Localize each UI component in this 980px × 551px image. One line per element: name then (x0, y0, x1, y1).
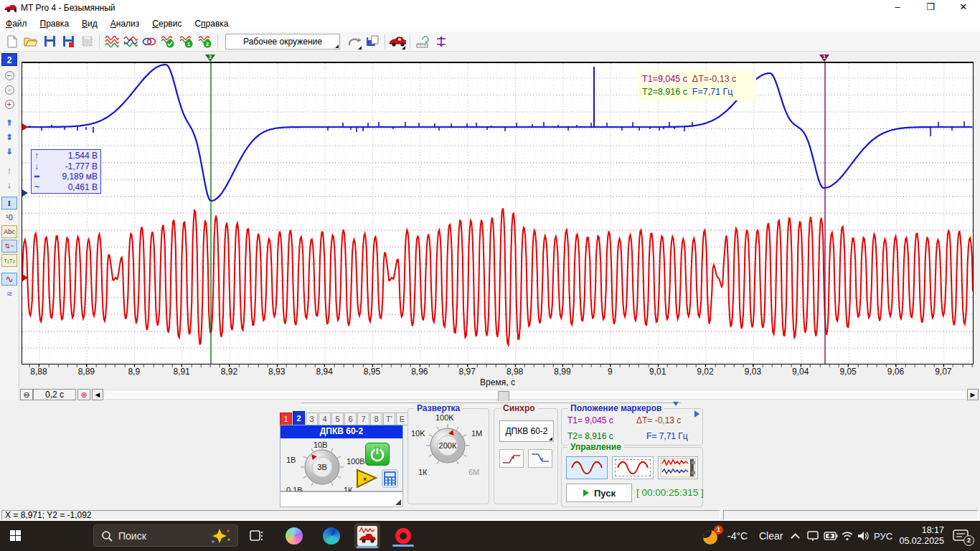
falling-edge-button[interactable] (528, 449, 552, 468)
markers-span-icon[interactable] (433, 33, 450, 50)
move-down-icon[interactable]: ↓ (1, 178, 17, 191)
channel-tab-4[interactable]: 4 (319, 413, 331, 425)
notification-icon[interactable]: 2 (950, 526, 971, 546)
run-control-title: Управление (567, 442, 624, 452)
sweep-knob[interactable]: 200К (425, 423, 470, 468)
scrollbar-thumb[interactable] (498, 391, 509, 402)
close-button[interactable]: ✕ (947, 0, 980, 16)
tray-chevron-icon[interactable] (788, 526, 802, 546)
car-diagnostics-icon[interactable] (389, 33, 406, 50)
loop-compare-icon[interactable] (141, 33, 158, 50)
workspace-label: Рабочее окружение (243, 37, 322, 47)
language-indicator[interactable]: РУС (874, 521, 892, 551)
active-channel-badge: 2 (1, 53, 17, 66)
scrollbar-track[interactable] (105, 390, 966, 400)
selection-view-button[interactable] (612, 456, 654, 479)
measure-tool-icon[interactable]: ⇅~ (1, 240, 17, 253)
channel-tab-5[interactable]: 5 (331, 413, 344, 425)
scroll-right-button[interactable]: ► (967, 389, 979, 400)
taskbar-search[interactable]: Поиск (93, 524, 238, 547)
marker-ruler[interactable]: 2 1 (22, 55, 974, 62)
scroll-left-button[interactable]: ◄ (92, 389, 103, 400)
channel-power-button[interactable] (365, 443, 390, 466)
probe-test-button[interactable]: × (355, 468, 378, 491)
expand-vertical-icon[interactable]: ⇑ (1, 116, 17, 129)
ruler-refresh-icon[interactable] (414, 33, 431, 50)
waves-check-icon[interactable] (159, 33, 176, 50)
waves-2-icon[interactable]: 2 (197, 33, 214, 50)
channel-tab-8[interactable]: 8 (370, 413, 382, 425)
workspace-dropdown[interactable]: Рабочее окружение (225, 34, 340, 50)
oscilloscope-plot[interactable]: T1=9,045 с ΔT=-0,13 с T2=8,916 с F=7,71 … (22, 62, 974, 364)
temperature-text[interactable]: -4°C (727, 521, 748, 551)
plot-canvas[interactable] (22, 63, 973, 364)
rising-edge-button[interactable] (499, 449, 524, 468)
text-label-tool-icon[interactable]: Abc (1, 225, 17, 238)
weather-icon[interactable]: 1 (703, 526, 722, 546)
zoom-in-icon[interactable]: + (1, 98, 17, 110)
menu-сервис[interactable]: Сервис (152, 19, 182, 29)
sync-group: Синхро ДПКВ 60-2 (494, 408, 558, 504)
move-up-icon[interactable]: ↑ (1, 164, 17, 176)
voltage-knob[interactable]: 3В (300, 445, 344, 489)
menu-вид[interactable]: Вид (82, 19, 98, 29)
channel-tab-7[interactable]: 7 (357, 413, 369, 425)
knob-label-100v: 100В (347, 457, 365, 466)
speaker-icon[interactable] (855, 526, 872, 546)
channel-tab-E[interactable]: E (396, 413, 408, 425)
clock[interactable]: 18:17 05.02.2025 (894, 521, 944, 551)
channel-tab-3[interactable]: 3 (306, 413, 318, 425)
cursor-ruler-tool-icon[interactable]: I (1, 197, 17, 209)
start-button-windows[interactable] (10, 530, 21, 541)
save-all-icon-disabled[interactable] (78, 33, 95, 50)
resize-grip[interactable] (395, 499, 401, 505)
sync-source-dropdown[interactable]: ДПКВ 60-2 (499, 420, 554, 442)
mtpro-app-icon[interactable] (354, 523, 380, 549)
start-button[interactable]: Пуск (566, 484, 632, 502)
title-bar: MT Pro 4 - Безымянный – ❒ ✕ (0, 0, 980, 16)
new-file-icon[interactable] (4, 33, 21, 50)
panel-expand-icon[interactable] (694, 410, 699, 418)
waves-red-green-icon[interactable] (103, 33, 121, 50)
opera-icon[interactable] (392, 524, 415, 547)
zoom-reset-icon[interactable]: ▫ (1, 83, 17, 96)
save-icon[interactable] (41, 33, 58, 50)
waves-multi-icon[interactable] (122, 33, 139, 50)
recorder-mode-button[interactable] (658, 456, 698, 479)
time-markers-tool-icon[interactable]: T₁T₂ (1, 254, 17, 267)
save-workspace-icon[interactable] (364, 33, 381, 50)
edge-icon[interactable] (321, 526, 341, 546)
battery-icon[interactable] (822, 526, 839, 546)
menu-анализ[interactable]: Анализ (110, 19, 140, 29)
logic-levels-tool-icon[interactable]: ¹0 (1, 211, 17, 224)
fit-vertical-icon[interactable]: ⇕ (1, 131, 17, 143)
channel-tab-T'[interactable]: T' (383, 413, 395, 425)
copilot-icon[interactable] (284, 526, 304, 546)
weather-condition-text[interactable]: Clear (759, 521, 783, 551)
undo-icon[interactable] (345, 33, 362, 50)
max-value: 1,544 В (46, 151, 98, 161)
calculator-button[interactable] (381, 469, 400, 490)
channel-tab-6[interactable]: 6 (344, 413, 357, 425)
oscillogram-tool-icon[interactable]: ∿ (1, 273, 17, 286)
channel-tab-1[interactable]: 1 (280, 413, 292, 425)
zoom-out-icon[interactable]: − (1, 69, 17, 82)
task-view-icon[interactable] (247, 526, 267, 546)
overlay-tool-icon[interactable]: ≈ (1, 287, 17, 300)
minimize-button[interactable]: – (881, 0, 914, 16)
zoom-out-time-button[interactable]: ⊖ (20, 389, 33, 400)
open-file-icon[interactable] (22, 33, 39, 50)
waves-1-icon[interactable]: 1 (178, 33, 195, 50)
compress-vertical-icon[interactable]: ⇓ (1, 145, 17, 158)
channel-tab-2[interactable]: 2 (293, 411, 305, 425)
menu-справка[interactable]: Справка (194, 19, 228, 29)
menu-правка[interactable]: Правка (40, 19, 70, 29)
collapse-arrow-icon[interactable] (673, 402, 679, 406)
maximize-button[interactable]: ❒ (914, 0, 947, 16)
cast-screen-icon[interactable] (805, 526, 821, 546)
single-view-button[interactable] (566, 456, 608, 479)
menu-файл[interactable]: Файл (6, 19, 27, 29)
wifi-icon[interactable] (839, 526, 855, 546)
save-as-icon[interactable] (60, 33, 77, 50)
zoom-in-time-button[interactable]: ⊕ (77, 389, 90, 400)
